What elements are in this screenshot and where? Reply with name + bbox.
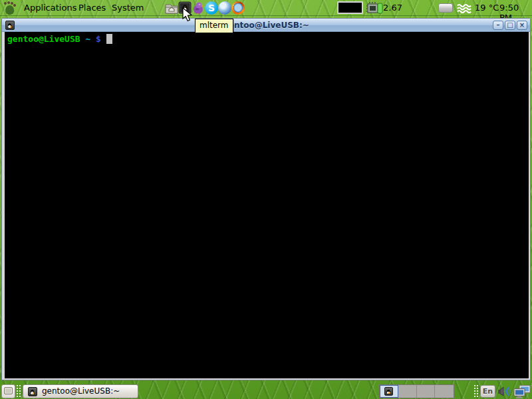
battery-icon[interactable]: [438, 3, 453, 13]
chromium-launcher[interactable]: [218, 1, 231, 15]
close-button[interactable]: ×: [517, 21, 527, 30]
weather-fog-icon[interactable]: [457, 3, 474, 16]
mouse-cursor-icon: [182, 7, 194, 25]
show-desktop-button[interactable]: [1, 384, 15, 398]
desktop-icon: [4, 387, 13, 394]
panel-drag-handle[interactable]: [16, 384, 21, 398]
keyboard-layout-indicator[interactable]: En: [480, 385, 495, 398]
network-monitors-icon[interactable]: [513, 385, 531, 399]
cpu-chip-icon[interactable]: [366, 1, 384, 17]
workspace-switcher: [379, 384, 454, 398]
task-terminal-icon: [28, 387, 37, 396]
skype-launcher[interactable]: S: [205, 1, 218, 15]
prompt-user-host: gentoo@LiveUSB: [7, 34, 80, 44]
volume-icon[interactable]: [497, 386, 513, 399]
home-folder-launcher[interactable]: [165, 1, 178, 15]
panel-drag-handle-2[interactable]: [473, 384, 478, 398]
gnome-foot-icon[interactable]: [1, 1, 17, 15]
terminal-cursor: [106, 34, 112, 44]
menu-places[interactable]: Places: [78, 0, 106, 16]
bottom-panel: gentoo@LiveUSB:~ En: [0, 384, 532, 399]
minimize-button[interactable]: –: [493, 21, 503, 30]
prompt-path: ~: [80, 34, 96, 44]
terminal-window: gentoo@LiveUSB:~ – □ × gentoo@LiveUSB ~ …: [1, 18, 531, 380]
workspace-4[interactable]: [435, 385, 454, 398]
workspace-2[interactable]: [398, 385, 417, 398]
shell-prompt: gentoo@LiveUSB ~ $: [7, 34, 112, 44]
window-titlebar[interactable]: gentoo@LiveUSB:~ – □ ×: [2, 19, 530, 32]
cpu-frequency-value: 2.67: [383, 3, 402, 13]
system-monitor-applet[interactable]: [337, 1, 363, 14]
skype-s-letter: S: [208, 3, 215, 13]
prompt-symbol: $: [96, 34, 106, 44]
workspace-window-thumb: [384, 387, 393, 396]
menu-applications[interactable]: Applications: [24, 0, 76, 16]
top-panel: Applications Places System: [0, 0, 532, 16]
weather-temperature[interactable]: 19 °C: [475, 3, 499, 13]
desktop: { "top_panel": { "menus": { "application…: [0, 0, 532, 399]
workspace-3[interactable]: [417, 385, 436, 398]
tooltip: mlterm: [195, 19, 233, 33]
workspace-1[interactable]: [380, 385, 398, 398]
home-folder-icon: [165, 1, 178, 15]
firefox-launcher[interactable]: [231, 1, 245, 15]
menu-system[interactable]: System: [112, 0, 144, 16]
pidgin-launcher[interactable]: [192, 1, 205, 15]
maximize-button[interactable]: □: [505, 21, 515, 30]
pidgin-bird-icon: [192, 1, 205, 15]
task-button-label: gentoo@LiveUSB:~: [42, 385, 120, 398]
taskbar-window-button[interactable]: gentoo@LiveUSB:~: [23, 384, 138, 398]
terminal-content[interactable]: gentoo@LiveUSB ~ $: [5, 32, 529, 378]
window-title: gentoo@LiveUSB:~: [2, 19, 530, 32]
